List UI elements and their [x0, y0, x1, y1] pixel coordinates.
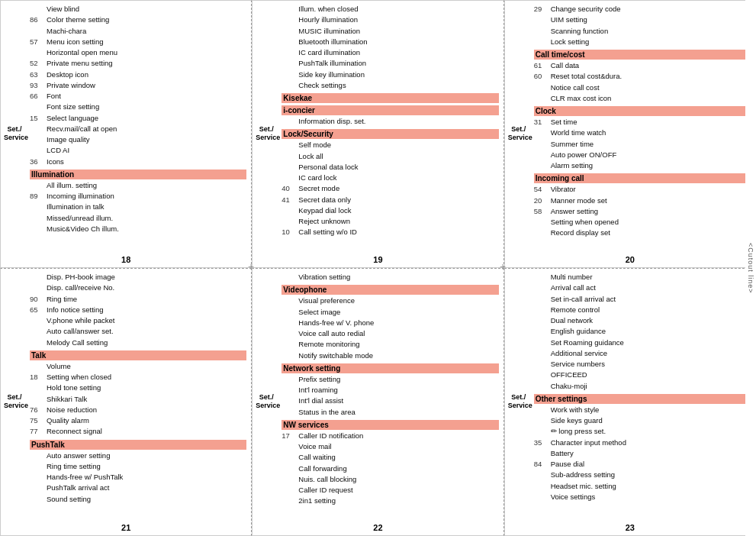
item-label: Lock setting [551, 37, 590, 47]
set-service-label: Set./ Service [4, 393, 25, 411]
item-number: 60 [534, 71, 551, 82]
cell-page-number: 19 [373, 255, 382, 264]
list-item: Recv.mail/call at open [30, 124, 246, 134]
list-item: Voice mail [281, 441, 498, 452]
item-label: Recv.mail/call at open [47, 124, 117, 134]
item-label: Reject unknown [298, 216, 350, 227]
list-item: Additional service [534, 348, 751, 359]
list-item: 35Character input method [534, 438, 751, 448]
item-label: Font [47, 91, 61, 102]
cell-20: Set./ Service29Change security codeUIM s… [504, 0, 756, 268]
item-label: Additional service [551, 348, 607, 359]
item-label: ✏ long press set. [551, 426, 606, 437]
item-label: Int'l roaming [298, 385, 337, 396]
item-label: Missed/unread illum. [47, 213, 113, 224]
list-item: Remote monitoring [281, 339, 498, 350]
list-item: Missed/unread illum. [30, 213, 246, 224]
list-item: Vibration setting [281, 272, 498, 283]
section-header: Videophone [281, 285, 498, 295]
item-label: Voice settings [551, 492, 596, 502]
list-item: 15Select language [30, 113, 246, 124]
item-label: Color theme setting [47, 15, 109, 25]
list-item: Hands-free w/ PushTalk [30, 472, 246, 483]
item-label: Self mode [298, 140, 331, 150]
item-number: 20 [534, 195, 551, 206]
item-number: 93 [30, 80, 47, 91]
set-service-label: Set./ Service [4, 125, 25, 143]
item-label: Voice mail [298, 441, 331, 452]
item-number: 17 [281, 431, 298, 441]
list-item: Lock setting [534, 37, 751, 47]
plus-corner-icon: + [500, 260, 506, 273]
item-number: 89 [30, 191, 47, 202]
item-label: Font size setting [47, 102, 99, 112]
item-label: Incoming illumination [47, 191, 114, 202]
list-item: Side keys guard [534, 415, 751, 426]
item-label: Alarm setting [551, 160, 593, 171]
list-item: Status in the area [281, 407, 498, 418]
item-number: 86 [30, 15, 47, 25]
item-label: Hands-free w/ PushTalk [47, 472, 123, 483]
item-label: Menu icon setting [47, 37, 103, 47]
cell-content: 29Change security codeUIM settingScannin… [534, 4, 751, 239]
item-number: 61 [534, 60, 551, 71]
item-label: Music&Video Ch illum. [47, 224, 119, 234]
item-label: LCD AI [47, 145, 69, 156]
section-header: Incoming call [534, 173, 751, 183]
item-label: Caller ID request [298, 485, 352, 496]
list-item: Reject unknown [281, 216, 498, 227]
list-item: Check settings [281, 80, 498, 91]
item-number: 35 [534, 438, 551, 448]
item-label: Prefix setting [298, 374, 340, 385]
section-header: Other settings [534, 394, 751, 404]
list-item: Set Roaming guidance [534, 337, 751, 348]
cell-23: Set./ ServiceMulti numberArrival call ac… [504, 268, 756, 536]
list-item: 65Info notice setting [30, 305, 246, 315]
item-label: All illum. setting [47, 180, 97, 191]
item-number: 58 [534, 206, 551, 217]
item-label: Notice call cost [551, 82, 600, 93]
item-label: Battery [551, 448, 574, 459]
item-label: Side keys guard [551, 415, 603, 426]
item-label: OFFICEED [551, 370, 587, 380]
list-item: Melody Call setting [30, 337, 246, 348]
list-item: Dual network [534, 315, 751, 326]
list-item: Disp. PH-book image [30, 272, 246, 283]
list-item: Visual preference [281, 295, 498, 306]
item-label: Noise reduction [47, 405, 97, 415]
cell-content: Disp. PH-book imageDisp. call/receive No… [30, 272, 246, 505]
item-label: MUSIC illumination [298, 26, 360, 37]
list-item: 40Secret mode [281, 183, 498, 194]
list-item: 2in1 setting [281, 496, 498, 506]
list-item: Setting when opened [534, 217, 751, 228]
item-label: Call forwarding [298, 463, 346, 474]
list-item: 20Manner mode set [534, 195, 751, 206]
item-label: Reset total cost&dura. [551, 71, 622, 82]
list-item: 61Call data [534, 60, 751, 71]
list-item: 63Desktop icon [30, 69, 246, 80]
list-item: Sound setting [30, 494, 246, 505]
cell-content: Multi numberArrival call actSet in-call … [534, 272, 751, 502]
item-label: Volume [47, 361, 71, 372]
list-item: OFFICEED [534, 370, 751, 380]
item-label: Secret mode [298, 183, 339, 194]
item-label: Illumination in talk [47, 202, 105, 212]
list-item: Sub-address setting [534, 470, 751, 480]
list-item: 18Setting when closed [30, 372, 246, 383]
item-label: Setting when opened [551, 217, 619, 228]
list-item: Select image [281, 307, 498, 318]
cutout-line-label: <Cutout line> [745, 0, 756, 536]
item-label: Call waiting [298, 452, 336, 463]
list-item: ✏ long press set. [534, 426, 751, 437]
list-item: Shikkari Talk [30, 394, 246, 405]
list-item: V.phone while packet [30, 315, 246, 326]
item-label: Service numbers [551, 359, 605, 370]
item-label: Keypad dial lock [298, 205, 351, 216]
plus-corner-icon: + [248, 260, 254, 273]
item-label: Answer setting [551, 206, 598, 217]
list-item: Notify switchable mode [281, 350, 498, 361]
list-item: 29Change security code [534, 4, 751, 15]
item-label: Auto call/answer set. [47, 326, 114, 337]
list-item: Auto call/answer set. [30, 326, 246, 337]
list-item: English guidance [534, 326, 751, 337]
